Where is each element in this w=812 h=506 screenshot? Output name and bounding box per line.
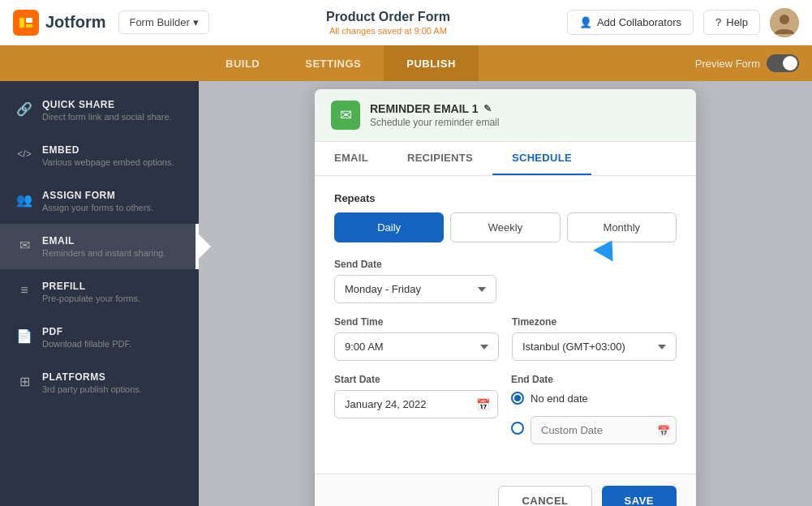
send-date-group: Send Date Monday - Friday Every Day Week… — [334, 259, 677, 303]
date-row: Start Date 📅 End Date No en — [334, 374, 677, 444]
help-icon: ? — [715, 16, 721, 28]
custom-date-wrap: 📅 — [531, 416, 677, 444]
sidebar-item-prefill[interactable]: ≡ PREFILL Pre-populate your forms. — [0, 269, 199, 315]
nav-tabs: BUILD SETTINGS PUBLISH Preview Form — [0, 45, 812, 81]
add-collaborators-button[interactable]: 👤 Add Collaborators — [567, 10, 694, 35]
form-title: Product Order Form — [209, 10, 567, 24]
platforms-icon: ⊞ — [16, 373, 32, 389]
preview-form-area: Preview Form — [695, 54, 799, 72]
sidebar-item-title-pdf: PDF — [42, 326, 131, 337]
sidebar-item-platforms[interactable]: ⊞ PLATFORMS 3rd party publish options. — [0, 360, 199, 405]
prefill-icon: ≡ — [16, 282, 32, 298]
no-end-date-label: No end date — [531, 392, 588, 405]
custom-date-option[interactable]: 📅 — [511, 411, 677, 444]
help-label: Help — [726, 16, 748, 28]
sidebar-item-title-quick-share: QUICK SHARE — [42, 99, 172, 110]
tab-build[interactable]: BUILD — [203, 45, 282, 81]
start-date-input[interactable] — [334, 390, 498, 418]
top-header: Jotform Form Builder ▾ Product Order For… — [0, 0, 812, 45]
sidebar-item-desc-email: Reminders and instant sharing. — [42, 248, 165, 258]
tab-publish[interactable]: PUBLISH — [384, 45, 479, 81]
sidebar-item-desc-prefill: Pre-populate your forms. — [42, 294, 140, 303]
custom-date-calendar-icon: 📅 — [657, 424, 670, 436]
user-plus-icon: 👤 — [579, 16, 592, 28]
modal-subtitle: Schedule your reminder email — [370, 117, 499, 128]
main-layout: 🔗 QUICK SHARE Direct form link and socia… — [0, 81, 812, 506]
save-button[interactable]: SAVE — [602, 486, 677, 506]
chevron-down-icon: ▾ — [193, 16, 199, 28]
avatar[interactable] — [770, 8, 799, 37]
timezone-select[interactable]: Istanbul (GMT+03:00) UTC — [512, 332, 677, 361]
preview-form-label: Preview Form — [695, 58, 760, 70]
start-date-calendar-icon: 📅 — [476, 398, 490, 411]
custom-date-radio[interactable] — [511, 422, 524, 435]
repeat-weekly-button[interactable]: Weekly — [450, 212, 560, 242]
form-builder-label: Form Builder — [129, 16, 189, 28]
repeats-group: Repeats Daily Weekly Monthly — [334, 192, 677, 242]
toggle-knob — [783, 56, 797, 71]
tab-settings[interactable]: SETTINGS — [282, 45, 384, 81]
sidebar-item-title-embed: EMBED — [42, 144, 174, 156]
sidebar-item-desc-embed: Various webpage embed options. — [42, 157, 174, 167]
send-time-label: Send Time — [334, 316, 499, 328]
sidebar-item-title-platforms: PLATFORMS — [42, 371, 142, 383]
sidebar-item-title-prefill: PREFILL — [42, 281, 140, 292]
sidebar-item-desc-quick-share: Direct form link and social share. — [42, 112, 172, 122]
header-center: Product Order Form All changes saved at … — [209, 10, 567, 36]
sidebar-item-quick-share[interactable]: 🔗 QUICK SHARE Direct form link and socia… — [0, 88, 199, 133]
sidebar-item-desc-assign: Assign your forms to others. — [42, 203, 153, 212]
start-date-col: Start Date 📅 — [334, 374, 498, 444]
sidebar-item-desc-platforms: 3rd party publish options. — [42, 384, 142, 394]
code-icon: </> — [16, 146, 32, 162]
reminder-email-modal: ✉ REMINDER EMAIL 1 ✎ Schedule your remin… — [315, 89, 696, 506]
edit-title-icon[interactable]: ✎ — [483, 103, 492, 114]
start-date-label: Start Date — [334, 374, 498, 385]
no-end-date-option[interactable]: No end date — [511, 392, 677, 405]
tab-schedule[interactable]: SCHEDULE — [492, 142, 591, 175]
start-date-wrap: 📅 — [334, 390, 498, 418]
preview-toggle[interactable] — [767, 54, 799, 72]
cancel-button[interactable]: CANCEL — [498, 486, 591, 506]
send-time-select[interactable]: 9:00 AM 10:00 AM — [334, 332, 499, 361]
sidebar-item-assign-form[interactable]: 👥 ASSIGN FORM Assign your forms to other… — [0, 178, 199, 224]
pdf-icon: 📄 — [16, 328, 32, 344]
sidebar-item-title-email: EMAIL — [42, 235, 165, 247]
header-right: 👤 Add Collaborators ? Help — [567, 8, 799, 37]
send-time-group: Send Time 9:00 AM 10:00 AM — [334, 316, 499, 361]
tab-email[interactable]: EMAIL — [315, 142, 388, 175]
sidebar-item-desc-pdf: Download fillable PDF. — [42, 339, 131, 349]
logo-area: Jotform — [13, 10, 105, 36]
modal-footer: CANCEL SAVE — [315, 474, 696, 506]
modal-body: Repeats Daily Weekly Monthly Send Date M… — [315, 176, 696, 474]
send-date-select[interactable]: Monday - Friday Every Day Weekdays Only — [334, 275, 496, 303]
autosave-text: All changes saved at 9:00 AM — [209, 26, 567, 36]
no-end-date-radio[interactable] — [511, 392, 524, 405]
send-date-label: Send Date — [334, 259, 677, 270]
sidebar-item-email[interactable]: ✉ EMAIL Reminders and instant sharing. — [0, 224, 199, 269]
jotform-logo-icon — [13, 10, 39, 36]
modal-tabs: EMAIL RECIPIENTS SCHEDULE — [315, 142, 696, 176]
timezone-group: Timezone Istanbul (GMT+03:00) UTC — [512, 316, 677, 361]
help-button[interactable]: ? Help — [703, 10, 760, 35]
end-date-label: End Date — [511, 374, 677, 385]
time-timezone-row: Send Time 9:00 AM 10:00 AM Timezone Ista… — [334, 316, 677, 374]
sidebar-item-pdf[interactable]: 📄 PDF Download fillable PDF. — [0, 315, 199, 360]
sidebar: 🔗 QUICK SHARE Direct form link and socia… — [0, 81, 199, 506]
end-date-col: End Date No end date — [511, 374, 677, 444]
repeats-label: Repeats — [334, 192, 677, 204]
sidebar-item-title-assign: ASSIGN FORM — [42, 190, 153, 201]
add-collaborators-label: Add Collaborators — [597, 16, 681, 28]
svg-point-2 — [780, 15, 789, 24]
repeats-row: Daily Weekly Monthly — [334, 212, 677, 242]
end-date-radio-group: No end date 📅 — [511, 392, 677, 444]
assign-icon: 👥 — [16, 191, 32, 208]
form-builder-button[interactable]: Form Builder ▾ — [118, 11, 208, 34]
custom-date-input[interactable] — [531, 416, 677, 444]
email-icon: ✉ — [16, 237, 32, 253]
repeat-daily-button[interactable]: Daily — [334, 212, 444, 242]
timezone-label: Timezone — [512, 316, 677, 328]
repeat-monthly-button[interactable]: Monthly — [567, 212, 677, 242]
sidebar-item-embed[interactable]: </> EMBED Various webpage embed options. — [0, 133, 199, 178]
tab-recipients[interactable]: RECIPIENTS — [388, 142, 492, 175]
sidebar-active-arrow — [198, 234, 211, 259]
